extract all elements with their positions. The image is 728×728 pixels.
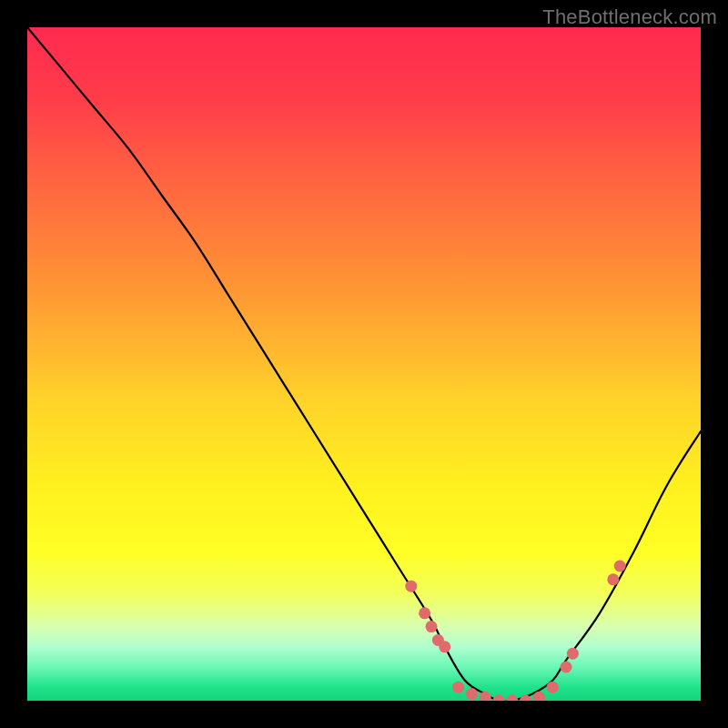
plot-area [27,27,701,701]
curve-marker [452,682,464,693]
watermark-label: TheBottleneck.com [542,5,717,29]
curve-marker [426,621,438,632]
curve-layer [27,27,701,701]
curve-marker [547,682,559,693]
curve-marker [506,695,518,702]
curve-marker [466,688,478,700]
curve-marker [405,581,417,592]
chart-container: TheBottleneck.com [0,0,728,728]
curve-marker [607,573,619,585]
curve-marker [439,641,450,652]
bottleneck-curve [27,27,701,701]
curve-marker [567,648,579,660]
curve-marker [419,607,430,619]
curve-marker [493,695,505,702]
curve-markers [405,561,625,702]
curve-marker [614,561,626,572]
curve-marker [561,662,572,673]
